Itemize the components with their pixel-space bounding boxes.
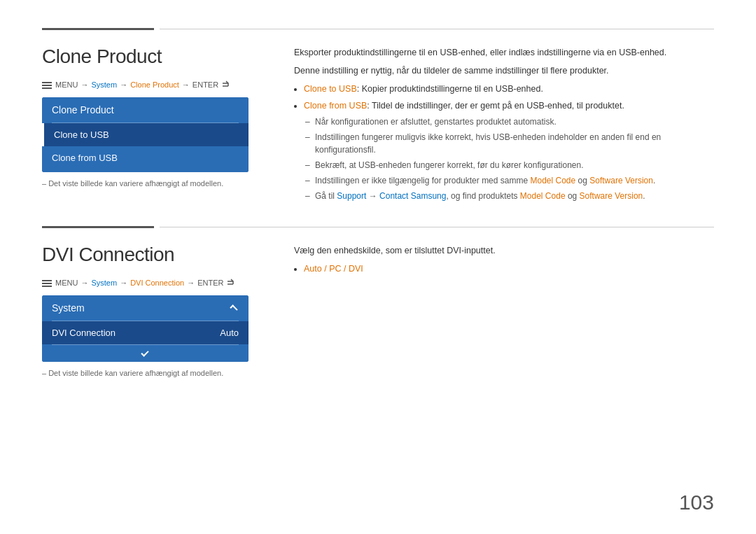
chevron-down-icon bbox=[141, 349, 148, 356]
clone-product-left: Clone Product MENU → System → Clone Prod… bbox=[42, 45, 266, 205]
clone-product-menu-box: Clone Product Clone to USB Clone from US… bbox=[42, 97, 248, 172]
top-rule-left bbox=[42, 28, 154, 30]
software-version-link-2: Software Version bbox=[580, 191, 643, 201]
indent-note-4: Gå til Support → Contact Samsung, og fin… bbox=[315, 190, 714, 202]
section-divider-left bbox=[42, 226, 154, 228]
dvi-connection-section: DVI Connection MENU → System → DVI Conne… bbox=[42, 244, 714, 377]
dvi-connection-right: Vælg den enhedskilde, som er tilsluttet … bbox=[294, 244, 714, 377]
breadcrumb-clone-product: Clone Product bbox=[130, 80, 179, 89]
software-version-link-1: Software Version bbox=[589, 176, 653, 185]
dvi-enter-icon bbox=[226, 279, 236, 287]
system-menu-box: System DVI Connection Auto bbox=[42, 295, 248, 362]
model-code-link-1: Model Code bbox=[530, 176, 575, 185]
breadcrumb-enter: ENTER bbox=[192, 80, 218, 89]
top-rule-right bbox=[160, 29, 714, 29]
section-divider-right bbox=[160, 227, 714, 227]
dvi-connection-left: DVI Connection MENU → System → DVI Conne… bbox=[42, 244, 266, 377]
menu-label: MENU bbox=[42, 80, 78, 89]
clone-bullet-list: Clone to USB: Kopier produktindstillinge… bbox=[304, 82, 714, 113]
breadcrumb-system: System bbox=[91, 80, 117, 89]
indent-note-2: Bekræft, at USB-enheden fungerer korrekt… bbox=[315, 159, 714, 171]
bullet-clone-to-usb: Clone to USB: Kopier produktindstillinge… bbox=[304, 82, 714, 96]
bullet-clone-from-usb: Clone from USB: Tildel de indstillinger,… bbox=[304, 99, 714, 113]
dvi-bullet-list: Auto / PC / DVI bbox=[304, 262, 714, 276]
dvi-desc: Vælg den enhedskilde, som er tilsluttet … bbox=[294, 244, 714, 258]
support-link: Support bbox=[337, 191, 366, 201]
auto-pc-dvi-link: Auto / PC / DVI bbox=[304, 264, 363, 274]
clone-desc-2: Denne indstilling er nyttig, når du tild… bbox=[294, 64, 714, 78]
dvi-breadcrumb-arrow1: → bbox=[80, 279, 88, 287]
dvi-connection-item[interactable]: DVI Connection Auto bbox=[42, 321, 248, 344]
dvi-menu-label: MENU bbox=[42, 279, 78, 287]
model-code-link-2: Model Code bbox=[520, 191, 566, 201]
page-container: Clone Product MENU → System → Clone Prod… bbox=[0, 0, 756, 534]
dvi-connection-breadcrumb: MENU → System → DVI Connection → ENTER bbox=[42, 279, 266, 287]
dvi-breadcrumb-arrow3: → bbox=[187, 279, 195, 287]
clone-product-title: Clone Product bbox=[42, 45, 266, 68]
dvi-bullet-auto: Auto / PC / DVI bbox=[304, 262, 714, 276]
indent-note-1: Indstillingen fungerer muligvis ikke kor… bbox=[315, 131, 714, 156]
contact-samsung-link: Contact Samsung bbox=[379, 191, 446, 201]
dvi-breadcrumb-current: DVI Connection bbox=[130, 279, 184, 287]
dvi-breadcrumb-arrow2: → bbox=[120, 279, 127, 287]
clone-to-usb-link: Clone to USB bbox=[304, 84, 357, 94]
dvi-connection-note: – Det viste billede kan variere afhængig… bbox=[42, 369, 266, 377]
clone-product-breadcrumb: MENU → System → Clone Product → ENTER bbox=[42, 80, 266, 89]
page-number: 103 bbox=[679, 491, 714, 514]
breadcrumb-arrow2: → bbox=[120, 80, 127, 89]
dvi-breadcrumb-enter: ENTER bbox=[197, 279, 223, 287]
clone-product-note: – Det viste billede kan variere afhængig… bbox=[42, 179, 266, 188]
dash-note-auto: Når konfigurationen er afsluttet, gensta… bbox=[305, 115, 714, 128]
dvi-menu-icon bbox=[42, 280, 52, 287]
clone-from-usb-link: Clone from USB bbox=[304, 101, 367, 111]
breadcrumb-arrow1: → bbox=[80, 80, 88, 89]
system-menu-header: System bbox=[42, 295, 248, 321]
menu-box-header: Clone Product bbox=[42, 97, 248, 122]
menu-box-footer bbox=[42, 169, 248, 172]
menu-icon bbox=[42, 82, 52, 89]
clone-product-right: Eksporter produktindstillingerne til en … bbox=[294, 45, 714, 205]
section-divider bbox=[42, 226, 714, 228]
top-rule bbox=[42, 28, 714, 30]
enter-icon bbox=[221, 80, 231, 89]
system-menu-footer bbox=[42, 345, 248, 362]
dvi-breadcrumb-system: System bbox=[91, 279, 117, 287]
clone-product-section: Clone Product MENU → System → Clone Prod… bbox=[42, 45, 714, 205]
indent-note-3: Indstillingen er ikke tilgængelig for pr… bbox=[315, 174, 714, 187]
clone-desc-1: Eksporter produktindstillingerne til en … bbox=[294, 45, 714, 59]
clone-to-usb-item[interactable]: Clone to USB bbox=[42, 123, 248, 146]
clone-from-usb-item[interactable]: Clone from USB bbox=[42, 146, 248, 169]
breadcrumb-arrow3: → bbox=[182, 80, 190, 89]
chevron-up-icon bbox=[230, 304, 237, 312]
dvi-connection-title: DVI Connection bbox=[42, 244, 266, 266]
